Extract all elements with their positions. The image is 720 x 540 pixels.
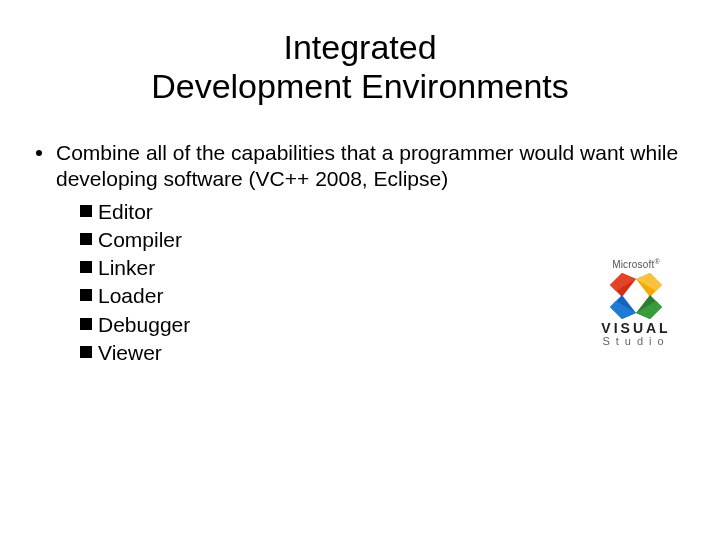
list-item-label: Debugger <box>98 312 190 338</box>
list-item: Compiler <box>80 227 684 253</box>
slide-title: Integrated Development Environments <box>0 28 720 106</box>
list-item-label: Linker <box>98 255 155 281</box>
square-bullet-icon <box>80 318 92 330</box>
slide: Integrated Development Environments Comb… <box>0 0 720 540</box>
logo-brand-text: Microsoft <box>612 259 654 270</box>
logo-line-1: VISUAL <box>588 321 684 335</box>
slide-body: Combine all of the capabilities that a p… <box>36 140 684 368</box>
infinity-ribbon-icon <box>610 273 662 319</box>
list-item: Editor <box>80 199 684 225</box>
logo-line-2: Studio <box>588 335 684 348</box>
list-item-label: Viewer <box>98 340 162 366</box>
bullet-item: Combine all of the capabilities that a p… <box>36 140 684 193</box>
title-line-1: Integrated <box>283 28 436 66</box>
title-line-2: Development Environments <box>151 67 569 105</box>
visual-studio-logo: Microsoft® VISUAL Studio <box>588 258 684 349</box>
list-item-label: Editor <box>98 199 153 225</box>
square-bullet-icon <box>80 289 92 301</box>
list-item-label: Loader <box>98 283 163 309</box>
square-bullet-icon <box>80 205 92 217</box>
square-bullet-icon <box>80 261 92 273</box>
list-item-label: Compiler <box>98 227 182 253</box>
square-bullet-icon <box>80 346 92 358</box>
bullet-dot-icon <box>36 150 42 156</box>
square-bullet-icon <box>80 233 92 245</box>
bullet-text: Combine all of the capabilities that a p… <box>56 140 684 193</box>
logo-brand: Microsoft® <box>588 258 684 270</box>
